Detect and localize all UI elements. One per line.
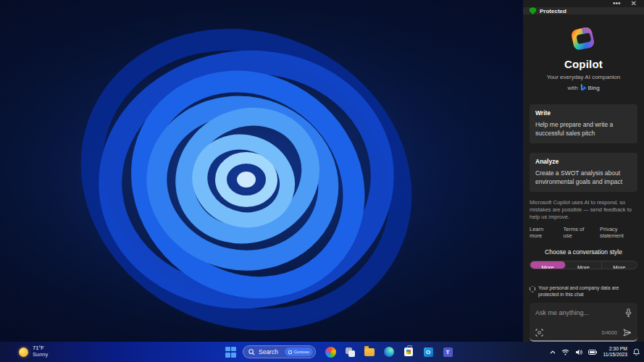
copilot-tagline: Your everyday AI companion <box>547 74 621 80</box>
copilot-logo-icon <box>570 25 598 52</box>
windows-logo-icon <box>231 353 236 358</box>
style-label-line1: More <box>566 264 601 269</box>
network-wifi-icon[interactable] <box>561 349 569 355</box>
bing-label: Bing <box>588 85 600 91</box>
visual-search-icon[interactable] <box>535 329 543 337</box>
send-icon[interactable] <box>623 329 632 337</box>
copilot-panel: ••• ✕ Protected <box>523 0 644 342</box>
style-label-line1: More <box>530 264 565 269</box>
conversation-style-group: More Creative More Balanced More Precise <box>530 261 637 269</box>
style-more-balanced-button[interactable]: More Balanced <box>566 261 601 269</box>
bloom-wallpaper-art <box>0 0 523 342</box>
microsoft-store-icon[interactable] <box>403 346 414 358</box>
clock-time: 2:30 PM <box>609 346 627 352</box>
privacy-statement-link[interactable]: Privacy statement <box>600 226 637 239</box>
taskbar: 71°F Sunny Search Contoso <box>0 342 644 362</box>
copilot-title: Copilot <box>564 58 603 70</box>
outlook-icon[interactable] <box>422 346 434 358</box>
start-button[interactable] <box>225 347 236 358</box>
weather-condition: Sunny <box>33 352 48 358</box>
volume-icon[interactable] <box>575 349 582 355</box>
protected-shield-icon <box>530 7 536 14</box>
conversation-style-heading: Choose a conversation style <box>523 248 644 256</box>
character-count: 0/4000 <box>602 330 617 335</box>
style-more-precise-button[interactable]: More Precise <box>602 261 637 269</box>
more-options-icon[interactable]: ••• <box>613 0 621 7</box>
suggestion-card-analyze[interactable]: Analyze Create a SWOT analysis about env… <box>530 153 637 192</box>
windows-logo-icon <box>225 347 230 352</box>
with-label: with <box>567 85 577 91</box>
card-body: Create a SWOT analysis about environment… <box>535 169 632 187</box>
microphone-icon[interactable] <box>625 308 632 317</box>
sun-icon <box>19 348 28 357</box>
ai-disclaimer-text: Microsoft Copilot uses AI to respond, so… <box>530 199 637 221</box>
search-placeholder: Search <box>259 348 281 355</box>
search-badge-label: Contoso <box>293 350 309 354</box>
search-org-badge[interactable]: Contoso <box>285 348 313 356</box>
close-icon[interactable]: ✕ <box>631 0 637 7</box>
task-view-icon[interactable] <box>344 346 356 358</box>
card-title: Write <box>535 109 632 117</box>
shield-outline-icon <box>530 286 535 292</box>
taskbar-app-icons <box>325 346 453 358</box>
style-more-creative-button[interactable]: More Creative <box>530 261 566 269</box>
copilot-logo-block: Copilot Your everyday AI companion with … <box>523 14 644 91</box>
card-title: Analyze <box>535 158 632 165</box>
panel-titlebar: ••• ✕ <box>523 0 644 7</box>
file-explorer-icon[interactable] <box>364 346 375 358</box>
card-body: Help me prepare and write a successful s… <box>535 121 632 138</box>
battery-icon[interactable] <box>588 350 597 355</box>
style-label-line1: More <box>602 264 637 269</box>
system-tray: 2:30 PM 11/15/2023 <box>550 346 640 358</box>
copilot-taskbar-icon[interactable] <box>325 346 336 358</box>
taskbar-search-box[interactable]: Search Contoso <box>243 345 316 358</box>
suggestion-card-write[interactable]: Write Help me prepare and write a succes… <box>530 104 637 143</box>
legal-links-row: Learn more Terms of use Privacy statemen… <box>530 226 637 239</box>
chat-input-box[interactable]: 0/4000 <box>530 303 637 342</box>
protected-status-bar: Protected <box>523 7 644 14</box>
with-bing-line: with Bing <box>567 84 599 91</box>
learn-more-link[interactable]: Learn more <box>530 226 553 239</box>
taskbar-clock[interactable]: 2:30 PM 11/15/2023 <box>603 346 627 358</box>
search-icon <box>248 349 255 355</box>
clock-date: 11/15/2023 <box>603 352 627 358</box>
edge-icon[interactable] <box>383 346 395 358</box>
bing-icon <box>580 84 586 91</box>
weather-widget[interactable]: 71°F Sunny <box>19 345 48 358</box>
hidden-icons-chevron-icon[interactable] <box>550 350 556 354</box>
briefcase-icon <box>288 350 292 354</box>
windows-logo-icon <box>231 347 236 352</box>
notification-bell-icon[interactable] <box>633 348 640 355</box>
protected-label: Protected <box>540 8 566 14</box>
data-protection-note: Your personal and company data are prote… <box>530 285 637 298</box>
teams-icon[interactable] <box>442 346 453 358</box>
ask-input[interactable] <box>535 309 625 316</box>
privacy-note-text: Your personal and company data are prote… <box>538 285 637 298</box>
terms-of-use-link[interactable]: Terms of use <box>563 226 590 239</box>
windows-logo-icon <box>225 353 230 358</box>
